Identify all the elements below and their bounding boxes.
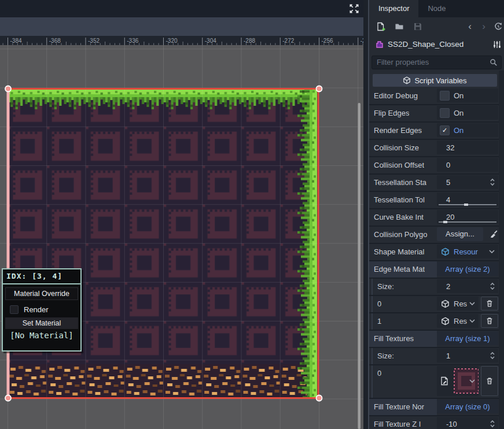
- property-value[interactable]: 0: [437, 158, 498, 172]
- viewport-header: [0, 0, 368, 17]
- property-value[interactable]: On: [437, 88, 498, 102]
- filter-properties-input[interactable]: Filter properties: [371, 56, 502, 69]
- number-value[interactable]: 32: [446, 143, 454, 152]
- property-label: 0: [377, 365, 381, 381]
- property-value[interactable]: 5: [437, 175, 498, 189]
- property-value[interactable]: ✓On: [437, 123, 498, 137]
- spinner-icon[interactable]: [490, 352, 495, 360]
- property-value[interactable]: 32: [437, 140, 498, 154]
- set-material-button[interactable]: Set Material: [5, 317, 78, 329]
- expand-icon[interactable]: [348, 3, 360, 14]
- spinner-icon[interactable]: [490, 420, 495, 428]
- object-history-icon[interactable]: [494, 22, 503, 31]
- indent-guide: [371, 296, 373, 312]
- section-script-variables[interactable]: Script Variables: [373, 74, 497, 87]
- chevron-down-icon[interactable]: [489, 250, 495, 253]
- slider-grabber[interactable]: [464, 204, 468, 206]
- trash-icon[interactable]: [485, 377, 494, 385]
- shape-handle-top-right[interactable]: [317, 86, 322, 92]
- material-override-button[interactable]: Material Override: [5, 287, 78, 300]
- array-button[interactable]: Array (size 0): [437, 402, 498, 411]
- spinner-icon[interactable]: [490, 282, 495, 290]
- property-row-curve-bake-int-7: Curve Bake Int20: [369, 209, 504, 227]
- property-value[interactable]: Array (size 2): [437, 262, 498, 276]
- property-label: Editor Debug: [374, 88, 418, 103]
- delete-item-button[interactable]: [481, 314, 498, 328]
- property-value[interactable]: Array (size 0): [437, 400, 498, 413]
- resource-name[interactable]: Resour: [454, 247, 478, 256]
- checkbox-text: On: [454, 109, 463, 117]
- trash-icon[interactable]: [485, 299, 494, 308]
- property-value[interactable]: Res: [437, 297, 479, 310]
- shape-handle-bottom-left[interactable]: [5, 395, 11, 401]
- property-value[interactable]: 20: [437, 210, 498, 224]
- svg-text:-320: -320: [166, 38, 178, 44]
- history-back-icon[interactable]: ‹: [468, 20, 472, 34]
- property-value[interactable]: 1: [437, 349, 498, 363]
- number-value[interactable]: 1: [446, 352, 450, 360]
- shape-handle-bottom-right[interactable]: [317, 395, 322, 401]
- object-tools-icon[interactable]: [492, 40, 502, 49]
- edit-texture-icon[interactable]: [440, 376, 449, 386]
- spinner-icon[interactable]: [490, 178, 495, 186]
- resource-cube-icon[interactable]: [441, 247, 450, 256]
- number-value[interactable]: 2: [446, 282, 450, 291]
- resource-cube-icon[interactable]: [441, 317, 450, 326]
- resource-name[interactable]: Res: [454, 317, 467, 326]
- tab-inspector[interactable]: Inspector: [369, 0, 418, 17]
- property-value[interactable]: Array (size 1): [437, 331, 498, 345]
- edge-context-panel: IDX: [3, 4] Material Override Render Set…: [2, 268, 82, 352]
- property-value[interactable]: -10: [437, 417, 498, 429]
- array-button[interactable]: Array (size 1): [437, 334, 498, 343]
- chevron-down-icon[interactable]: [469, 319, 475, 323]
- property-value[interactable]: Resour: [437, 245, 498, 258]
- checkbox[interactable]: [440, 91, 450, 101]
- slider-grabber[interactable]: [443, 221, 447, 223]
- panel-splitter[interactable]: [363, 0, 368, 429]
- chevron-down-icon[interactable]: [469, 379, 475, 383]
- assign-button[interactable]: Assign...: [437, 227, 483, 241]
- number-value[interactable]: -10: [446, 420, 457, 428]
- number-value[interactable]: 0: [446, 161, 450, 169]
- viewport-canvas[interactable]: [0, 45, 368, 429]
- inspector-dock: Inspector Node ‹ ›: [368, 0, 504, 429]
- load-resource-icon[interactable]: [395, 22, 404, 31]
- tab-node[interactable]: Node: [418, 0, 455, 17]
- property-value[interactable]: 2: [437, 279, 498, 293]
- property-label: 1: [377, 313, 381, 329]
- property-value[interactable]: [437, 366, 479, 396]
- save-resource-icon[interactable]: [413, 22, 422, 31]
- chevron-down-icon[interactable]: [469, 302, 475, 305]
- resource-cube-icon[interactable]: [441, 299, 450, 308]
- render-checkbox[interactable]: [10, 305, 19, 314]
- shape-grass-top: [8, 90, 317, 113]
- number-value[interactable]: 5: [446, 178, 450, 187]
- render-label: Render: [24, 305, 49, 314]
- delete-item-button[interactable]: [481, 297, 498, 310]
- resource-name[interactable]: Res: [454, 299, 467, 308]
- property-value[interactable]: On: [437, 106, 498, 120]
- new-resource-icon[interactable]: [376, 22, 385, 31]
- property-value[interactable]: Res: [437, 314, 479, 328]
- svg-text:-304: -304: [205, 38, 216, 44]
- property-row-size--15: Size:1: [369, 348, 504, 365]
- history-forward-icon[interactable]: ›: [482, 20, 485, 34]
- property-row-fill-textures-14: Fill TexturesArray (size 1): [369, 331, 504, 348]
- svg-text:-368: -368: [49, 38, 61, 44]
- slider-value[interactable]: 4: [446, 195, 450, 204]
- search-icon: [490, 58, 498, 66]
- checkbox[interactable]: ✓: [440, 125, 450, 135]
- shape-handle-top-left[interactable]: [5, 86, 11, 92]
- property-value[interactable]: Assign...: [437, 227, 498, 241]
- trash-icon[interactable]: [485, 317, 494, 325]
- checkbox[interactable]: [440, 108, 450, 118]
- svg-text:-352: -352: [88, 38, 100, 44]
- inspector-scrollbar[interactable]: [499, 71, 504, 429]
- delete-item-button[interactable]: [481, 366, 498, 396]
- viewport-vertical-scrollbar[interactable]: [358, 103, 361, 429]
- brush-icon[interactable]: [489, 230, 498, 239]
- property-label: Fill Textures: [374, 331, 414, 346]
- slider-value[interactable]: 20: [446, 213, 454, 221]
- property-value[interactable]: 4: [437, 193, 498, 206]
- array-button[interactable]: Array (size 2): [437, 265, 498, 273]
